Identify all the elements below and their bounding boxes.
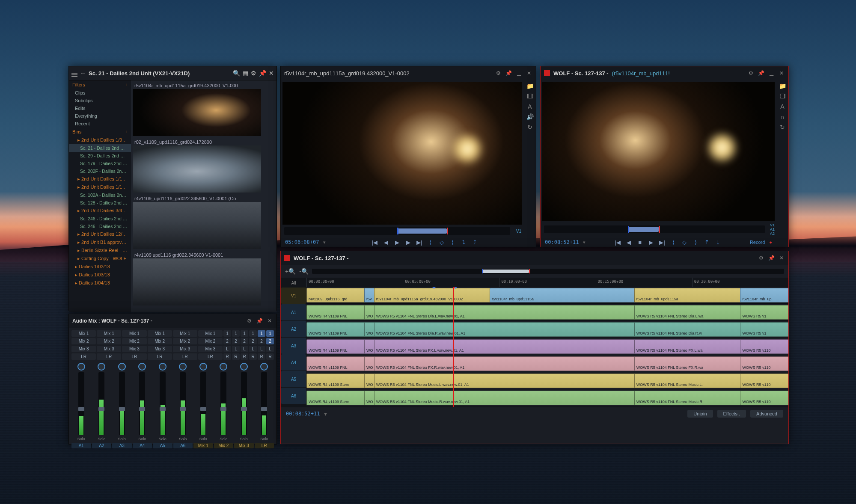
mix-assign-button[interactable]: Mix 3 xyxy=(198,346,223,352)
mix-assign-button[interactable]: 1 xyxy=(241,330,248,337)
mix-assign-button[interactable]: Mix 3 xyxy=(122,346,146,352)
level-meter[interactable] xyxy=(98,372,104,435)
solo-button[interactable]: Solo xyxy=(260,437,268,441)
step-fwd-icon[interactable]: ▶ xyxy=(404,238,412,246)
settings-icon[interactable]: ⚙ xyxy=(758,255,764,261)
bin-tree-item[interactable]: Sc. 202F - Dailies 2nd Unit xyxy=(69,167,131,175)
settings-icon[interactable]: ⚙ xyxy=(251,70,256,77)
timeline-clip[interactable]: r5v1104r_mb_up xyxy=(740,288,788,302)
filter-item[interactable]: Subclips xyxy=(69,97,131,104)
mixer-titlebar[interactable]: Audio Mix : WOLF - Sc. 127-137 - ⚙ 📌 ✕ xyxy=(69,314,276,328)
clip-thumbnail[interactable]: r5v1104r_mb_upd1115a_grd019.432000_V1-00… xyxy=(133,82,275,136)
mix-assign-button[interactable]: Mix 3 xyxy=(71,346,96,352)
timeline-clip[interactable]: WOWS R5 v1104 FNL Stereo Dia.R.w xyxy=(634,322,745,337)
pin-icon[interactable]: 📌 xyxy=(768,255,775,261)
bin-tree-item[interactable]: ▸ 2nd Unit Dailies 12/18/12 xyxy=(69,230,131,238)
mix-assign-button[interactable]: 2 xyxy=(223,338,231,344)
loop-icon[interactable]: ↻ xyxy=(526,124,534,130)
mark-in-icon[interactable]: ⟨ xyxy=(669,238,677,246)
track-header[interactable]: A1 xyxy=(281,304,306,320)
filter-item[interactable]: Edits xyxy=(69,104,131,112)
timeline-overview-scrubber[interactable] xyxy=(312,269,784,274)
goto-start-icon[interactable]: |◀ xyxy=(614,238,621,246)
timeline-clip[interactable]: WOWS R5 v1104 FNL Stereo Dia.R.wav.new.0… xyxy=(374,322,639,337)
fader-strip[interactable]: SoloMix 3 xyxy=(234,363,254,448)
level-meter[interactable] xyxy=(180,372,186,435)
mix-assign-button[interactable]: 1 xyxy=(249,330,257,337)
timeline-clip[interactable]: WOWS R4 v1109 FNL xyxy=(306,322,369,337)
pan-knob[interactable] xyxy=(240,363,248,371)
solo-button[interactable]: Solo xyxy=(220,437,227,441)
timeline-clip[interactable]: WOWS R5 v1104 FNL Stereo Dia.L.wav.new.0… xyxy=(374,305,639,320)
record-label[interactable]: Record xyxy=(750,240,765,245)
level-meter[interactable] xyxy=(241,372,247,435)
mix-assign-button[interactable]: Mix 2 xyxy=(198,338,223,344)
timeline-clip[interactable]: WOWS R5 v1104 FNL Stereo Dia.L.wa xyxy=(634,305,745,320)
pin-icon[interactable]: 📌 xyxy=(259,70,266,77)
pan-knob[interactable] xyxy=(260,363,268,371)
mix-assign-button[interactable]: 2 xyxy=(249,338,257,344)
stop-icon[interactable]: ■ xyxy=(636,238,644,246)
text-icon[interactable]: A xyxy=(526,103,534,110)
timeline-clip[interactable]: WOWS R5 v1104 FNL Stereo Music.R xyxy=(634,391,745,405)
step-back-icon[interactable]: ◀ xyxy=(625,238,633,246)
channel-label[interactable]: A4 xyxy=(133,443,152,448)
clip-thumbnail[interactable]: r02_v1109_upd1116_grd024.172800 xyxy=(133,139,275,193)
playhead[interactable] xyxy=(453,287,454,407)
minimize-icon[interactable]: ▁ xyxy=(515,70,522,77)
pin-icon[interactable]: 📌 xyxy=(758,70,764,77)
mix-assign-button[interactable]: Mix 2 xyxy=(148,338,172,344)
timeline-clip[interactable]: WOWS R5 v1104 FNL Stereo FX.L.wav.new.01… xyxy=(374,339,639,354)
pan-knob[interactable] xyxy=(220,363,227,371)
mix-assign-button[interactable]: LR xyxy=(122,353,146,360)
timeline-clip[interactable]: WOWS R5 v110 xyxy=(740,374,788,388)
bin-titlebar[interactable]: ← Sc. 21 - Dailies 2nd Unit (VX21-VX21D)… xyxy=(69,66,276,80)
mix-assign-button[interactable]: L xyxy=(223,346,231,352)
mark-in-icon[interactable]: ⟨ xyxy=(427,238,434,246)
bin-tree-item[interactable]: ▸ Dailies 1/03/13 xyxy=(69,271,131,279)
timeline-clip[interactable]: WOWS R5 v1104 FNL Stereo Music.L. xyxy=(634,374,745,388)
bin-tree-item[interactable]: Sc. 102A - Dailies 2nd Unit xyxy=(69,191,131,199)
settings-icon[interactable]: ⚙ xyxy=(495,70,502,77)
mix-assign-button[interactable]: L xyxy=(258,346,265,352)
fader-strip[interactable]: SoloMix 1 xyxy=(193,363,213,448)
track-header[interactable]: A2 xyxy=(281,321,306,337)
channel-label[interactable]: Mix 3 xyxy=(234,443,254,448)
channel-label[interactable]: A2 xyxy=(92,443,112,448)
timeline-clip[interactable]: WOWS R5 v1104 FNL Stereo Music.R.wav.new… xyxy=(374,391,639,405)
mix-assign-button[interactable]: Mix 1 xyxy=(198,330,223,337)
fader-strip[interactable]: SoloA3 xyxy=(112,363,132,448)
extract-icon[interactable]: ⤓ xyxy=(714,238,722,246)
play-icon[interactable]: ▶ xyxy=(393,238,401,246)
track-header[interactable]: A6 xyxy=(281,388,306,404)
pan-knob[interactable] xyxy=(199,363,207,371)
track-header[interactable]: A4 xyxy=(281,354,306,371)
timeline-clip[interactable]: WOWS R5 v1104 FNL Stereo FX.L.wa xyxy=(634,339,745,354)
mix-assign-button[interactable]: Mix 3 xyxy=(173,346,197,352)
record-timecode[interactable]: 00:08:52+11 xyxy=(545,239,579,245)
bin-tree-item[interactable]: Sc. 179 - Dailies 2nd Unit c xyxy=(69,160,131,167)
mix-assign-button[interactable]: 2 xyxy=(266,338,274,344)
zoom-in-icon[interactable]: +🔍 xyxy=(285,268,296,275)
solo-button[interactable]: Solo xyxy=(98,437,105,441)
clip-thumbnail[interactable]: r4v1109_upd1116_grd022.345600_V1-0001 (C… xyxy=(133,195,275,249)
minimize-icon[interactable]: ▁ xyxy=(768,70,775,77)
channel-label[interactable]: LR xyxy=(255,443,274,448)
mix-assign-button[interactable]: 1 xyxy=(266,330,274,337)
timeline-track[interactable]: WOWS R4 v1109 FNL WOWOWS R5 v1104 FNL St… xyxy=(306,356,788,372)
source-timecode[interactable]: 05:06:08+07 xyxy=(285,239,319,245)
timeline-clip[interactable]: WOWS R5 v110 xyxy=(740,391,788,405)
source-scrubber[interactable] xyxy=(284,227,510,235)
level-meter[interactable] xyxy=(200,372,206,435)
mix-assign-button[interactable]: LR xyxy=(71,353,96,360)
mix-assign-button[interactable]: Mix 3 xyxy=(97,346,121,352)
mix-assign-button[interactable]: R xyxy=(232,353,240,360)
folder-icon[interactable]: 📁 xyxy=(526,83,534,89)
level-meter[interactable] xyxy=(139,372,145,435)
bin-tree-item[interactable]: Sc. 128 - Dailies 2nd Unit c xyxy=(69,199,131,207)
pin-icon[interactable]: 📌 xyxy=(256,317,263,324)
timeline-clip[interactable]: WOWS R4 v1109 Stere xyxy=(306,391,369,405)
solo-button[interactable]: Solo xyxy=(199,437,207,441)
mix-assign-button[interactable]: R xyxy=(249,353,257,360)
record-tab[interactable]: (r5v1104r_mb_upd111! xyxy=(612,70,670,77)
